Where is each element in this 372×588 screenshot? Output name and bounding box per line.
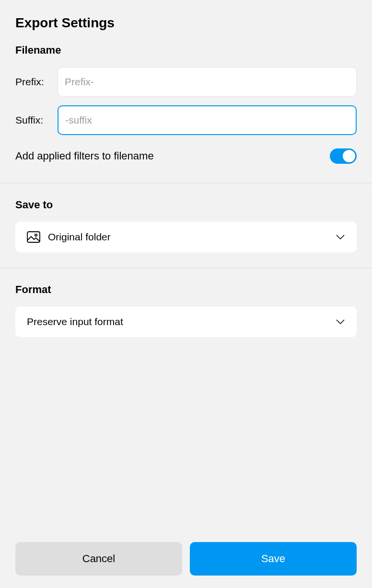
format-dropdown[interactable]: Preserve input format bbox=[15, 306, 357, 337]
filters-toggle-label: Add applied filters to filename bbox=[15, 150, 154, 162]
image-icon bbox=[27, 231, 40, 243]
dropdown-left: Preserve input format bbox=[27, 316, 123, 328]
prefix-row: Prefix: bbox=[15, 67, 357, 97]
dropdown-left: Original folder bbox=[27, 231, 111, 243]
format-value: Preserve input format bbox=[27, 316, 123, 328]
svg-rect-0 bbox=[27, 232, 40, 242]
prefix-input[interactable] bbox=[58, 67, 357, 97]
filters-toggle-row: Add applied filters to filename bbox=[15, 148, 357, 164]
filters-toggle[interactable] bbox=[330, 148, 357, 164]
save-button[interactable]: Save bbox=[190, 542, 357, 576]
prefix-label: Prefix: bbox=[15, 76, 58, 88]
chevron-down-icon bbox=[336, 319, 345, 325]
filename-heading: Filename bbox=[15, 44, 357, 57]
chevron-down-icon bbox=[336, 234, 345, 240]
cancel-button[interactable]: Cancel bbox=[15, 542, 182, 576]
save-to-heading: Save to bbox=[15, 199, 357, 211]
suffix-row: Suffix: bbox=[15, 105, 357, 135]
save-to-value: Original folder bbox=[48, 231, 111, 243]
suffix-label: Suffix: bbox=[15, 114, 58, 126]
page-title: Export Settings bbox=[15, 15, 357, 31]
format-heading: Format bbox=[15, 283, 357, 296]
svg-point-1 bbox=[35, 234, 37, 236]
save-to-dropdown[interactable]: Original folder bbox=[15, 222, 357, 252]
suffix-input[interactable] bbox=[58, 105, 357, 135]
footer: Cancel Save bbox=[0, 530, 372, 588]
toggle-knob bbox=[343, 150, 355, 162]
